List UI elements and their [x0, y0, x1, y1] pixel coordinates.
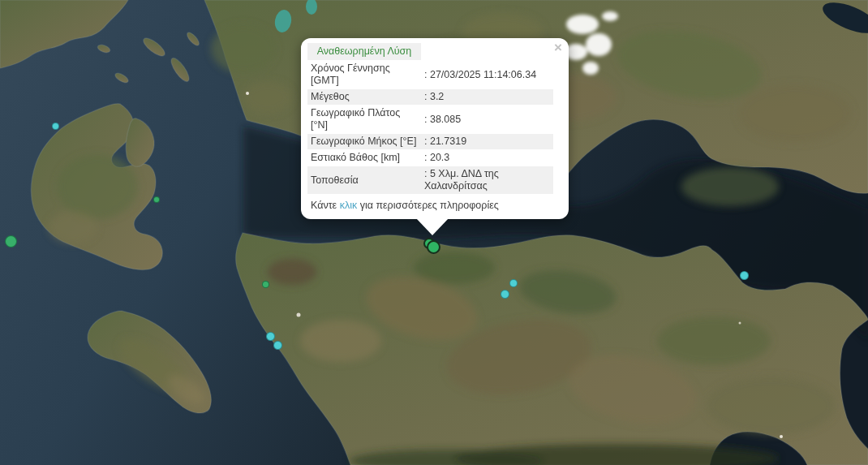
table-row: Εστιακό Βάθος [km] : 20.3 — [307, 150, 553, 166]
table-row: Μέγεθος : 3.2 — [307, 89, 553, 105]
earthquake-popup: × Αναθεωρημένη Λύση Χρόνος Γέννησης [GMT… — [301, 38, 569, 219]
earthquake-marker[interactable] — [501, 290, 509, 299]
earthquake-marker[interactable] — [52, 123, 59, 130]
row-label: Γεωγραφικό Μήκος [°E] — [307, 134, 421, 150]
earthquake-marker[interactable] — [509, 279, 518, 287]
more-info-link[interactable]: κλικ — [340, 200, 358, 211]
event-details-table: Αναθεωρημένη Λύση Χρόνος Γέννησης [GMT] … — [307, 43, 553, 195]
earthquake-marker[interactable] — [5, 235, 17, 248]
row-label: Χρόνος Γέννησης [GMT] — [307, 61, 421, 89]
footer-text: για περισσότερες πληροφορίες — [357, 200, 499, 211]
table-row: Χρόνος Γέννησης [GMT] : 27/03/2025 11:14… — [307, 61, 553, 89]
table-row: Γεωγραφικό Πλάτος [°N] : 38.085 — [307, 105, 553, 134]
earthquake-marker[interactable] — [262, 281, 269, 288]
row-value: : 21.7319 — [421, 134, 553, 150]
earthquake-marker[interactable] — [273, 341, 282, 350]
close-icon[interactable]: × — [552, 39, 564, 56]
row-value: : 38.085 — [421, 105, 553, 134]
popup-footer: Κάντε κλικ για περισσότερες πληροφορίες — [307, 200, 553, 212]
row-value: : 27/03/2025 11:14:06.34 — [421, 61, 553, 89]
row-value: : 20.3 — [421, 150, 553, 166]
table-row: Τοποθεσία : 5 Χλμ. ΔΝΔ της Χαλανδρίτσας — [307, 166, 553, 195]
row-label: Γεωγραφικό Πλάτος [°N] — [307, 105, 421, 134]
row-label: Τοποθεσία — [307, 166, 421, 195]
row-value: : 3.2 — [421, 89, 553, 105]
selected-earthquake-marker[interactable] — [427, 240, 440, 254]
row-value: : 5 Χλμ. ΔΝΔ της Χαλανδρίτσας — [421, 166, 553, 195]
earthquake-marker[interactable] — [740, 271, 749, 280]
table-row: Γεωγραφικό Μήκος [°E] : 21.7319 — [307, 134, 553, 150]
row-label: Μέγεθος — [307, 89, 421, 105]
footer-text: Κάντε — [311, 200, 340, 211]
row-label: Εστιακό Βάθος [km] — [307, 150, 421, 166]
popup-title: Αναθεωρημένη Λύση — [307, 43, 421, 61]
popup-tail — [416, 218, 449, 235]
earthquake-marker[interactable] — [153, 196, 160, 203]
earthquake-marker[interactable] — [266, 332, 275, 341]
earthquake-map-app: × Αναθεωρημένη Λύση Χρόνος Γέννησης [GMT… — [0, 0, 868, 465]
